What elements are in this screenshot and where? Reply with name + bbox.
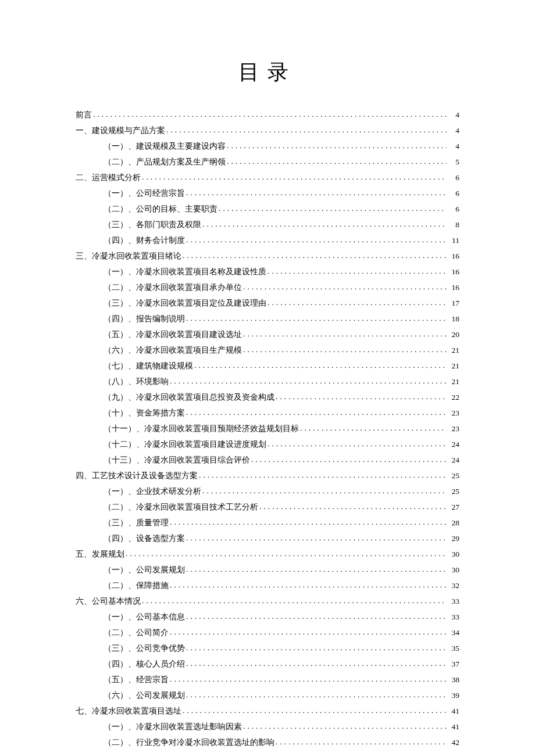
toc-leader-dots	[251, 452, 447, 467]
toc-entry-label: （一）、公司发展规划	[104, 562, 185, 578]
toc-entry-label: （二）、冷凝水回收装置项目技术工艺分析	[104, 499, 258, 515]
toc-leader-dots	[186, 310, 447, 326]
toc-leader-dots	[300, 420, 447, 436]
toc-entry-label: 四、工艺技术设计及设备选型方案	[76, 468, 198, 483]
toc-entry: （十三）、冷凝水回收装置项目综合评价24	[76, 452, 459, 468]
toc-entry-page: 37	[448, 656, 459, 672]
toc-entry-page: 25	[448, 468, 459, 483]
toc-leader-dots	[126, 546, 447, 561]
toc-entry-page: 21	[448, 342, 459, 358]
toc-entry-label: （二）、产品规划方案及生产纲领	[104, 154, 226, 170]
toc-entry-page: 42	[448, 734, 459, 750]
toc-leader-dots	[183, 703, 447, 718]
toc-entry-label: （一）、冷凝水回收装置项目名称及建设性质	[104, 264, 266, 280]
toc-entry-page: 23	[448, 421, 459, 436]
toc-entry: 七、冷凝水回收装置项目选址41	[76, 703, 459, 719]
toc-entry-label: （五）、经营宗旨	[104, 672, 169, 687]
toc-entry: 三、冷凝水回收装置项目绪论16	[76, 248, 459, 264]
toc-entry-page: 11	[448, 232, 459, 248]
toc-entry: （六）、公司发展规划39	[76, 687, 459, 703]
toc-entry-label: （二）、公司的目标、主要职责	[104, 201, 217, 217]
toc-entry-label: 六、公司基本情况	[76, 593, 141, 609]
toc-leader-dots	[219, 200, 447, 216]
toc-entry-page: 41	[448, 719, 459, 734]
toc-entry-label: 前言	[76, 107, 92, 123]
toc-entry-label: （二）、冷凝水回收装置项目承办单位	[104, 280, 242, 295]
toc-entry: （四）、报告编制说明18	[76, 311, 459, 327]
toc-entry-label: 五、发展规划	[76, 546, 124, 562]
toc-entry: （二）、产品规划方案及生产纲领5	[76, 154, 459, 170]
toc-entry-page: 30	[448, 562, 459, 578]
toc-entry: （三）、公司竞争优势35	[76, 640, 459, 656]
toc-leader-dots	[199, 467, 447, 483]
toc-entry: （一）、公司基本信息33	[76, 609, 459, 625]
toc-entry-page: 16	[448, 280, 459, 295]
toc-leader-dots	[142, 169, 447, 185]
toc-leader-dots	[202, 483, 447, 499]
toc-leader-dots	[186, 687, 447, 703]
toc-entry-page: 30	[448, 546, 459, 562]
toc-entry-page: 4	[448, 138, 459, 154]
toc-entry: 五、发展规划30	[76, 546, 459, 562]
toc-entry-page: 6	[448, 185, 459, 201]
toc-entry-label: （六）、公司发展规划	[104, 687, 185, 703]
toc-leader-dots	[276, 389, 447, 404]
toc-leader-dots	[170, 624, 447, 640]
toc-entry-page: 23	[448, 405, 459, 421]
toc-entry-label: （四）、设备选型方案	[104, 531, 185, 546]
toc-entry: （二）、冷凝水回收装置项目承办单位16	[76, 280, 459, 295]
toc-entry: （十二）、冷凝水回收装置项目建设进度规划24	[76, 436, 459, 452]
toc-entry-page: 4	[448, 107, 459, 123]
toc-entry: （一）、建设规模及主要建设内容4	[76, 138, 459, 154]
toc-entry-label: （二）、行业竞争对冷凝水回收装置选址的影响	[104, 734, 274, 750]
toc-leader-dots	[186, 608, 447, 624]
toc-entry-label: 二、运营模式分析	[76, 170, 141, 185]
toc-leader-dots	[194, 357, 447, 373]
toc-leader-dots	[259, 499, 447, 514]
toc-leader-dots	[268, 436, 447, 452]
toc-leader-dots	[243, 342, 447, 357]
toc-leader-dots	[170, 373, 447, 389]
page-title: 目录	[76, 58, 459, 87]
toc-entry: （四）、财务会计制度11	[76, 232, 459, 248]
toc-entry-label: （三）、公司竞争优势	[104, 640, 185, 656]
toc-entry-page: 16	[448, 264, 459, 280]
toc-entry: （五）、经营宗旨38	[76, 672, 459, 687]
toc-entry-page: 27	[448, 499, 459, 515]
toc-entry-label: （七）、建筑物建设规模	[104, 358, 193, 374]
toc-entry-page: 21	[448, 374, 459, 389]
toc-entry-label: （十三）、冷凝水回收装置项目综合评价	[104, 452, 250, 468]
toc-entry-page: 33	[448, 593, 459, 609]
toc-entry: （七）、建筑物建设规模21	[76, 358, 459, 374]
toc-entry-label: （一）、公司经营宗旨	[104, 185, 185, 201]
toc-leader-dots	[268, 295, 447, 310]
toc-leader-dots	[186, 530, 447, 546]
toc-leader-dots	[243, 718, 447, 734]
toc-entry-page: 29	[448, 531, 459, 546]
toc-leader-dots	[170, 577, 447, 593]
toc-entry: （二）、公司简介34	[76, 625, 459, 640]
toc-entry-page: 24	[448, 452, 459, 468]
toc-entry-label: （十一）、冷凝水回收装置项目预期经济效益规划目标	[104, 421, 299, 436]
toc-entry-page: 35	[448, 640, 459, 656]
toc-entry-label: （三）、质量管理	[104, 515, 169, 531]
toc-entry-page: 24	[448, 436, 459, 452]
toc-entry-page: 4	[448, 123, 459, 138]
toc-entry: 六、公司基本情况33	[76, 593, 459, 609]
toc-entry-label: （二）、公司简介	[104, 625, 169, 640]
toc-entry-page: 34	[448, 625, 459, 640]
toc-entry: （二）、保障措施32	[76, 578, 459, 593]
toc-entry-page: 21	[448, 358, 459, 374]
toc-entry: （一）、公司经营宗旨6	[76, 185, 459, 201]
toc-entry-page: 18	[448, 311, 459, 327]
toc-entry-label: 三、冷凝水回收装置项目绪论	[76, 248, 181, 264]
toc-entry: （一）、冷凝水回收装置项目名称及建设性质16	[76, 264, 459, 280]
toc-entry-page: 17	[448, 295, 459, 311]
toc-entry-label: （三）、各部门职责及权限	[104, 217, 201, 232]
toc-entry-label: （四）、报告编制说明	[104, 311, 185, 327]
toc-entry: （十一）、冷凝水回收装置项目预期经济效益规划目标23	[76, 421, 459, 436]
toc-entry-page: 8	[448, 217, 459, 232]
toc-entry-page: 32	[448, 578, 459, 593]
toc-entry-label: 一、建设规模与产品方案	[76, 123, 165, 138]
toc-entry-label: （二）、保障措施	[104, 578, 169, 593]
